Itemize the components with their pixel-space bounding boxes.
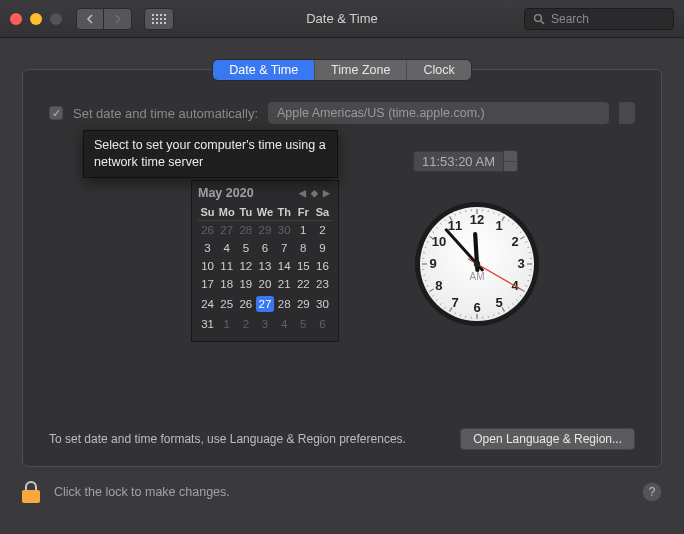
lock-hint: Click the lock to make changes.	[54, 485, 230, 499]
calendar-day[interactable]: 6	[255, 239, 274, 257]
calendar-today[interactable]: ◆	[308, 188, 320, 198]
calendar-day[interactable]: 4	[275, 315, 294, 333]
calendar-day[interactable]: 3	[255, 315, 274, 333]
zoom-window-button[interactable]	[50, 13, 62, 25]
calendar-day[interactable]: 28	[236, 221, 255, 240]
calendar-day[interactable]: 2	[313, 221, 332, 240]
calendar-day[interactable]: 9	[313, 239, 332, 257]
calendar-day[interactable]: 26	[198, 221, 217, 240]
calendar-day[interactable]: 27	[217, 221, 236, 240]
calendar-day[interactable]: 7	[275, 239, 294, 257]
calendar-day[interactable]: 17	[198, 275, 217, 293]
svg-text:10: 10	[432, 234, 446, 249]
calendar-next-month[interactable]: ▶	[320, 188, 332, 198]
time-server-field[interactable]: Apple Americas/US (time.apple.com.)	[268, 102, 609, 124]
tab-clock[interactable]: Clock	[407, 60, 470, 80]
calendar-day[interactable]: 30	[313, 293, 332, 315]
digital-time-field[interactable]: 11:53:20 AM	[413, 151, 504, 172]
lock-button[interactable]	[22, 481, 40, 503]
svg-text:9: 9	[429, 256, 436, 271]
svg-text:2: 2	[511, 234, 518, 249]
calendar-day[interactable]: 22	[294, 275, 313, 293]
footer: Click the lock to make changes. ?	[0, 467, 684, 517]
calendar-day[interactable]: 21	[275, 275, 294, 293]
auto-time-label: Set date and time automatically:	[73, 106, 258, 121]
calendar-day[interactable]: 8	[294, 239, 313, 257]
calendar-day[interactable]: 13	[255, 257, 274, 275]
svg-text:8: 8	[435, 278, 442, 293]
calendar-day[interactable]: 26	[236, 293, 255, 315]
calendar-day[interactable]: 19	[236, 275, 255, 293]
open-language-region-button[interactable]: Open Language & Region...	[460, 428, 635, 450]
calendar-day[interactable]: 12	[236, 257, 255, 275]
analog-clock: 123456789101112 AM	[413, 200, 541, 328]
search-field[interactable]: Search	[524, 8, 674, 30]
calendar-day[interactable]: 4	[217, 239, 236, 257]
forward-button[interactable]	[104, 8, 132, 30]
digital-time-row: 11:53:20 AM	[413, 150, 518, 172]
calendar-day[interactable]: 3	[198, 239, 217, 257]
calendar-day[interactable]: 15	[294, 257, 313, 275]
svg-text:6: 6	[473, 300, 480, 315]
calendar-weekday: Th	[275, 204, 294, 221]
format-hint-text: To set date and time formats, use Langua…	[49, 432, 406, 446]
help-button[interactable]: ?	[642, 482, 662, 502]
tab-time-zone[interactable]: Time Zone	[315, 60, 407, 80]
time-stepper[interactable]	[504, 150, 518, 172]
time-server-dropdown[interactable]	[619, 102, 635, 124]
svg-text:11: 11	[448, 218, 462, 233]
calendar-day[interactable]: 29	[255, 221, 274, 240]
calendar-day[interactable]: 1	[217, 315, 236, 333]
clock-ampm: AM	[470, 271, 485, 282]
close-window-button[interactable]	[10, 13, 22, 25]
titlebar: Date & Time Search	[0, 0, 684, 38]
calendar-day[interactable]: 6	[313, 315, 332, 333]
auto-time-row: ✓ Set date and time automatically: Apple…	[49, 102, 635, 124]
calendar-day[interactable]: 5	[236, 239, 255, 257]
tab-date-time[interactable]: Date & Time	[213, 60, 315, 80]
format-hint-row: To set date and time formats, use Langua…	[49, 428, 635, 450]
calendar-day[interactable]: 18	[217, 275, 236, 293]
back-button[interactable]	[76, 8, 104, 30]
calendar-weekday: Fr	[294, 204, 313, 221]
calendar-day[interactable]: 30	[275, 221, 294, 240]
calendar[interactable]: May 2020 ◀ ◆ ▶ SuMoTuWeThFrSa 2627282930…	[191, 180, 339, 342]
main-panel: ✓ Set date and time automatically: Apple…	[22, 69, 662, 467]
calendar-prev-month[interactable]: ◀	[296, 188, 308, 198]
calendar-grid: SuMoTuWeThFrSa 2627282930123456789101112…	[198, 204, 332, 333]
calendar-day[interactable]: 28	[275, 293, 294, 315]
calendar-day[interactable]: 1	[294, 221, 313, 240]
calendar-day[interactable]: 5	[294, 315, 313, 333]
calendar-weekday: Tu	[236, 204, 255, 221]
grid-icon	[152, 14, 166, 24]
window-controls	[10, 13, 62, 25]
help-tooltip: Select to set your computer's time using…	[83, 130, 338, 178]
calendar-day[interactable]: 10	[198, 257, 217, 275]
calendar-day[interactable]: 24	[198, 293, 217, 315]
svg-text:12: 12	[470, 212, 484, 227]
calendar-day[interactable]: 23	[313, 275, 332, 293]
search-placeholder: Search	[551, 12, 589, 26]
show-all-prefs-button[interactable]	[144, 8, 174, 30]
calendar-day[interactable]: 2	[236, 315, 255, 333]
auto-time-checkbox[interactable]: ✓	[49, 106, 63, 120]
time-server-value: Apple Americas/US (time.apple.com.)	[277, 106, 485, 120]
svg-text:7: 7	[451, 295, 458, 310]
calendar-weekday: Sa	[313, 204, 332, 221]
calendar-weekday: Mo	[217, 204, 236, 221]
calendar-day[interactable]: 16	[313, 257, 332, 275]
calendar-day[interactable]: 25	[217, 293, 236, 315]
minimize-window-button[interactable]	[30, 13, 42, 25]
calendar-day[interactable]: 27	[255, 293, 274, 315]
calendar-day[interactable]: 31	[198, 315, 217, 333]
calendar-weekday: We	[255, 204, 274, 221]
svg-point-0	[535, 14, 542, 21]
calendar-weekday: Su	[198, 204, 217, 221]
calendar-day[interactable]: 29	[294, 293, 313, 315]
calendar-day[interactable]: 20	[255, 275, 274, 293]
svg-text:1: 1	[495, 218, 502, 233]
calendar-day[interactable]: 14	[275, 257, 294, 275]
svg-text:5: 5	[495, 295, 502, 310]
calendar-day[interactable]: 11	[217, 257, 236, 275]
chevron-left-icon	[86, 14, 94, 24]
